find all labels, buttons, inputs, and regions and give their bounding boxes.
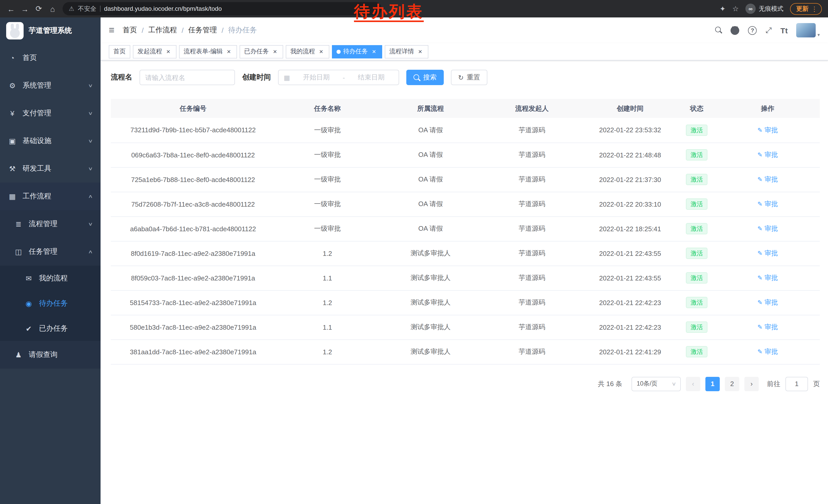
search-icon[interactable] [715,26,722,35]
page-unit-label: 页 [813,379,820,388]
sidebar-item-label: 流程管理 [29,220,89,229]
hamburger-icon[interactable]: ≡ [109,25,114,36]
sidebar-item-leave-query[interactable]: ♟请假查询 [0,341,100,369]
task-name-cell: 一级审批 [275,216,379,241]
edit-icon: ✎ [757,299,762,306]
table-body: 73211d9d-7b9b-11ec-b5b7-acde48001122一级审批… [111,118,820,364]
sidebar-item-todo-tasks[interactable]: ◉待办任务 [0,291,100,316]
sidebar-item-system-mgmt[interactable]: ⚙系统管理∨ [0,72,100,99]
start-date-input[interactable]: 开始日期 [294,73,339,82]
tab-home[interactable]: 首页 [109,45,130,58]
app-logo-row[interactable]: 芋道管理系统 [0,17,100,44]
breadcrumb-item[interactable]: 工作流程 [148,26,177,35]
sidebar-item-task-mgmt[interactable]: ◫任务管理∧ [0,238,100,266]
search-button[interactable]: 搜索 [406,70,444,85]
tab-todo-tasks[interactable]: 待办任务× [332,45,382,58]
menu-dots-icon[interactable]: ⋮ [811,5,818,12]
approve-link[interactable]: ✎审批 [757,298,778,307]
approve-link[interactable]: ✎审批 [757,347,778,356]
initiator-cell: 芋道源码 [482,241,582,266]
approve-link[interactable]: ✎审批 [757,249,778,258]
forward-icon[interactable]: → [18,2,32,16]
key-icon[interactable]: ✦ [719,5,726,13]
user-avatar[interactable]: ▾ [796,23,820,37]
address-bar[interactable]: ⚠ 不安全 dashboard.yudao.iocoder.cn/bpm/tas… [63,2,382,15]
list-icon: ≣ [13,220,24,228]
page-size-select[interactable]: 10条/页 ∨ [631,377,681,391]
star-icon[interactable]: ☆ [732,5,739,13]
chevron-down-icon: ∨ [88,83,93,88]
tab-done-tasks[interactable]: 已办任务× [240,45,283,58]
pagination: 共 16 条 10条/页 ∨ ‹ 12 › 前往 页 [111,377,820,391]
github-icon[interactable] [731,26,740,35]
close-icon[interactable]: × [370,48,378,55]
column-header: 任务编号 [111,99,275,118]
task-name-cell: 一级审批 [275,142,379,167]
close-icon[interactable]: × [318,48,325,55]
close-icon[interactable]: × [417,48,424,55]
end-date-input[interactable]: 结束日期 [349,73,394,82]
approve-link[interactable]: ✎审批 [757,175,778,184]
chevron-down-icon: ∨ [88,111,93,116]
fontsize-icon[interactable]: Tt [781,26,788,35]
process-name-input[interactable] [145,74,229,81]
edit-icon: ✎ [757,176,762,183]
task-id-cell: 58154733-7ac8-11ec-a9e2-a2380e71991a [111,290,275,315]
breadcrumb-item[interactable]: 首页 [123,26,137,35]
home-icon[interactable]: ⌂ [46,2,59,16]
date-range-picker[interactable]: ▦ 开始日期 - 结束日期 [278,70,399,85]
next-page-button[interactable]: › [744,377,759,391]
sidebar-item-label: 请假查询 [29,350,93,359]
approve-link[interactable]: ✎审批 [757,322,778,332]
page-button-2[interactable]: 2 [725,377,739,391]
tab-start-process[interactable]: 发起流程× [133,45,176,58]
sidebar-item-dev-tools[interactable]: ⚒研发工具∨ [0,155,100,183]
sidebar-item-my-process[interactable]: ✉我的流程 [0,266,100,291]
approve-link[interactable]: ✎审批 [757,126,778,135]
close-icon[interactable]: × [225,48,233,55]
sidebar-item-home[interactable]: ◔首页 [0,44,100,72]
edit-icon: ✎ [757,225,762,232]
approve-link[interactable]: ✎审批 [757,224,778,233]
approve-link[interactable]: ✎审批 [757,273,778,282]
approve-link[interactable]: ✎审批 [757,150,778,159]
back-icon[interactable]: ← [4,2,18,16]
sidebar-item-payment-mgmt[interactable]: ¥支付管理∨ [0,99,100,127]
created-cell: 2022-01-21 22:42:23 [582,290,678,315]
status-cell: 激活 [678,118,715,142]
update-label: 更新 [796,4,809,13]
tab-form-edit[interactable]: 流程表单-编辑× [179,45,237,58]
tab-process-detail[interactable]: 流程详情× [385,45,428,58]
table-row: 73211d9d-7b9b-11ec-b5b7-acde48001122一级审批… [111,118,820,142]
status-badge: 激活 [686,223,707,234]
sidebar-item-label: 研发工具 [23,164,89,173]
initiator-cell: 芋道源码 [482,192,582,216]
initiator-cell: 芋道源码 [482,118,582,142]
sidebar-item-workflow[interactable]: ▦工作流程∧ [0,183,100,210]
update-button[interactable]: 更新 ⋮ [790,3,822,15]
reload-icon[interactable]: ⟳ [32,2,46,16]
sidebar-item-infrastructure[interactable]: ▣基础设施∨ [0,127,100,155]
approve-link[interactable]: ✎审批 [757,199,778,209]
prev-page-button[interactable]: ‹ [686,377,700,391]
tab-label: 首页 [113,47,126,56]
breadcrumb-item[interactable]: 任务管理 [188,26,217,35]
table-row: 725a1eb6-7b88-11ec-8ef0-acde48001122一级审批… [111,167,820,192]
fullscreen-icon[interactable]: ⤢ [766,26,772,35]
close-icon[interactable]: × [272,48,279,55]
page-button-1[interactable]: 1 [705,377,720,391]
reset-button[interactable]: ↻ 重置 [451,70,487,85]
page-size-value: 10条/页 [637,379,657,388]
status-cell: 激活 [678,266,715,290]
close-icon[interactable]: × [165,48,172,55]
help-icon[interactable]: ? [748,26,757,35]
sidebar-item-process-mgmt[interactable]: ≣流程管理∨ [0,210,100,238]
goto-label: 前往 [767,379,780,388]
created-cell: 2022-01-22 23:53:32 [582,118,678,142]
date-separator: - [343,74,345,81]
tab-my-process[interactable]: 我的流程× [286,45,329,58]
process-cell: 测试多审批人 [380,315,482,339]
goto-page-input[interactable] [785,377,808,391]
edit-icon: ✎ [757,250,762,257]
sidebar-item-done-tasks[interactable]: ✔已办任务 [0,316,100,341]
